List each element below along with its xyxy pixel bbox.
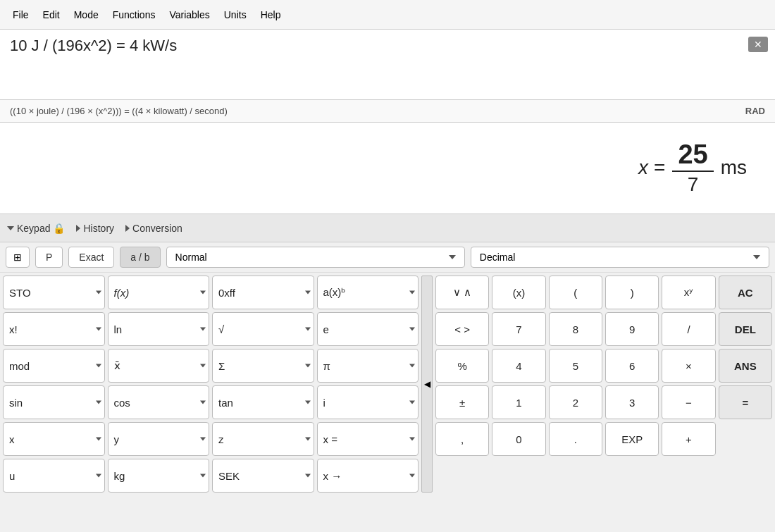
normal-select[interactable]: Normal <box>166 247 465 268</box>
right-key-row4-4[interactable]: − <box>662 385 715 419</box>
right-key-row5-1[interactable]: 0 <box>492 422 545 456</box>
right-key-row4-1[interactable]: 1 <box>492 385 545 419</box>
main-input[interactable] <box>10 37 765 55</box>
left-key-label-6: √ <box>218 323 224 335</box>
left-key-10[interactable]: Σ <box>212 349 314 383</box>
left-key-11[interactable]: π <box>317 349 419 383</box>
right-key-row4-0[interactable]: ± <box>435 385 489 419</box>
menubar: File Edit Mode Functions Variables Units… <box>0 0 775 30</box>
history-toggle[interactable]: History <box>76 223 114 234</box>
right-key-row2-1[interactable]: 7 <box>492 312 545 346</box>
left-key-caret-21 <box>200 474 206 478</box>
left-key-caret-16 <box>96 438 101 441</box>
result-fraction: 25 7 <box>672 140 713 197</box>
left-key-label-12: sin <box>9 397 23 409</box>
clear-button[interactable]: ✕ <box>748 37 768 52</box>
right-key-row1-4[interactable]: xʸ <box>662 276 715 309</box>
right-key-label-row4-3: 3 <box>629 397 635 409</box>
conversion-toggle[interactable]: Conversion <box>125 223 182 234</box>
left-key-12[interactable]: sin <box>3 385 105 419</box>
ab-button[interactable]: a / b <box>120 247 160 268</box>
left-key-23[interactable]: x → <box>317 459 419 493</box>
left-key-8[interactable]: mod <box>3 349 105 383</box>
menu-help[interactable]: Help <box>254 6 288 23</box>
right-key-row2-4[interactable]: / <box>662 312 715 346</box>
menu-variables[interactable]: Variables <box>162 6 216 23</box>
left-key-21[interactable]: kg <box>108 459 210 493</box>
right-key-row3-4[interactable]: × <box>662 349 715 383</box>
right-key-row1-1[interactable]: (x) <box>492 276 545 309</box>
right-key-row2-5[interactable]: DEL <box>719 312 772 346</box>
grid-button[interactable]: ⊞ <box>6 247 30 268</box>
right-key-row5-0[interactable]: , <box>435 422 489 456</box>
p-button[interactable]: P <box>35 247 63 268</box>
menu-edit[interactable]: Edit <box>36 6 67 23</box>
keypad-body: STOf(x)0xffa(x)ᵇx!ln√emodx̄Σπsincostanix… <box>0 273 775 495</box>
left-key-16[interactable]: x <box>3 422 105 456</box>
left-key-18[interactable]: z <box>212 422 314 456</box>
right-keys-grid: ∨ ∧(x)()xʸAC< >789/DEL%456×ANS±123−=,0.E… <box>435 276 772 456</box>
exact-button[interactable]: Exact <box>68 247 114 268</box>
right-key-row1-2[interactable]: ( <box>549 276 602 309</box>
right-key-row4-3[interactable]: 3 <box>605 385 659 419</box>
keypad-toggle[interactable]: Keypad 🔒 <box>7 223 65 234</box>
left-key-6[interactable]: √ <box>212 312 314 346</box>
right-key-row4-5[interactable]: = <box>719 385 772 419</box>
left-key-label-2: 0xff <box>218 287 235 299</box>
right-key-row5-2[interactable]: . <box>549 422 602 456</box>
keypad-collapse-icon <box>7 226 14 230</box>
right-key-label-row1-1: (x) <box>513 287 526 299</box>
menu-functions[interactable]: Functions <box>106 6 163 23</box>
right-key-row1-3[interactable]: ) <box>605 276 659 309</box>
left-key-20[interactable]: u <box>3 459 105 493</box>
result-numerator: 25 <box>672 140 713 173</box>
left-key-4[interactable]: x! <box>3 312 105 346</box>
right-key-row3-1[interactable]: 4 <box>492 349 545 383</box>
left-key-22[interactable]: SEK <box>212 459 314 493</box>
left-key-caret-7 <box>409 328 415 331</box>
expand-arrow[interactable]: ◀ <box>421 276 433 493</box>
normal-caret-icon <box>449 255 456 259</box>
right-key-row1-0[interactable]: ∨ ∧ <box>435 276 489 309</box>
right-key-label-row2-4: / <box>687 323 690 335</box>
right-key-row2-3[interactable]: 9 <box>605 312 659 346</box>
right-key-row1-5[interactable]: AC <box>719 276 772 309</box>
menu-mode[interactable]: Mode <box>67 6 106 23</box>
left-key-label-21: kg <box>114 470 125 482</box>
right-key-row3-0[interactable]: % <box>435 349 489 383</box>
left-key-label-18: z <box>218 433 224 445</box>
left-key-0[interactable]: STO <box>3 276 105 309</box>
decimal-caret-icon <box>753 255 760 259</box>
right-key-row2-2[interactable]: 8 <box>549 312 602 346</box>
menu-units[interactable]: Units <box>217 6 254 23</box>
left-key-9[interactable]: x̄ <box>108 349 210 383</box>
menu-file[interactable]: File <box>6 6 36 23</box>
right-key-row3-3[interactable]: 6 <box>605 349 659 383</box>
left-key-3[interactable]: a(x)ᵇ <box>317 276 419 309</box>
left-key-label-5: ln <box>114 323 123 335</box>
right-key-row4-2[interactable]: 2 <box>549 385 602 419</box>
left-key-5[interactable]: ln <box>108 312 210 346</box>
right-key-row3-5[interactable]: ANS <box>719 349 772 383</box>
left-key-13[interactable]: cos <box>108 385 210 419</box>
left-key-15[interactable]: i <box>317 385 419 419</box>
right-key-label-row3-2: 5 <box>573 360 578 372</box>
left-key-label-9: x̄ <box>114 359 120 372</box>
left-key-label-13: cos <box>114 397 130 409</box>
right-key-label-row5-2: . <box>574 433 577 445</box>
right-key-row2-0[interactable]: < > <box>435 312 489 346</box>
right-key-label-row1-0: ∨ ∧ <box>453 286 471 299</box>
right-key-row3-2[interactable]: 5 <box>549 349 602 383</box>
rad-label: RAD <box>745 106 765 116</box>
right-key-row5-4[interactable]: + <box>662 422 715 456</box>
left-key-1[interactable]: f(x) <box>108 276 210 309</box>
left-key-17[interactable]: y <box>108 422 210 456</box>
right-key-label-row2-5: DEL <box>735 323 756 335</box>
left-key-19[interactable]: x = <box>317 422 419 456</box>
left-key-7[interactable]: e <box>317 312 419 346</box>
right-key-label-row5-3: EXP <box>621 433 643 445</box>
right-key-row5-3[interactable]: EXP <box>605 422 659 456</box>
left-key-14[interactable]: tan <box>212 385 314 419</box>
left-key-2[interactable]: 0xff <box>212 276 314 309</box>
decimal-select[interactable]: Decimal <box>471 247 769 268</box>
